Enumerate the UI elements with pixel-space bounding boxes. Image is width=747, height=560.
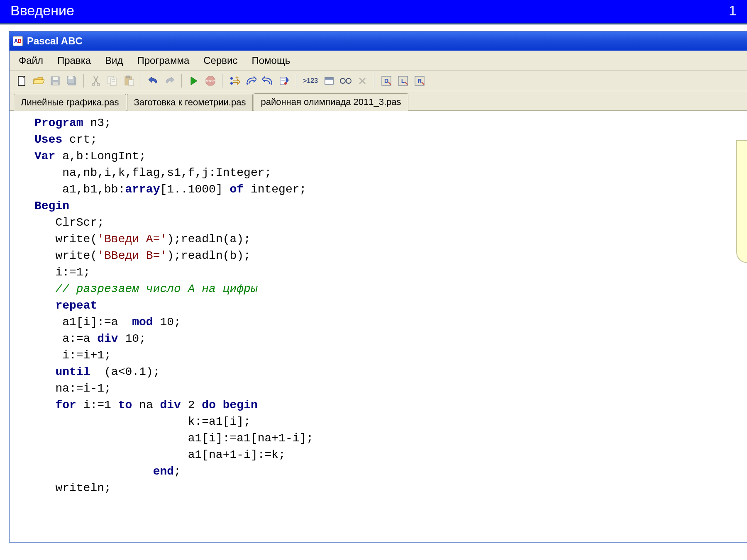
step-into-button[interactable]: + xyxy=(227,73,242,88)
sticky-note xyxy=(736,140,747,263)
menu-program[interactable]: Программа xyxy=(134,53,193,68)
app-window: AB Pascal ABC Файл Правка Вид Программа … xyxy=(9,31,747,543)
svg-text:L: L xyxy=(401,78,405,84)
delete-button[interactable] xyxy=(355,73,370,88)
slide-page: 1 xyxy=(729,2,737,19)
code-kw: end xyxy=(153,465,174,478)
svg-text:R: R xyxy=(417,78,422,84)
app-icon: AB xyxy=(13,36,23,46)
svg-point-18 xyxy=(230,82,233,85)
redo-button[interactable] xyxy=(162,73,177,88)
svg-text:STOP: STOP xyxy=(206,79,215,83)
code-text: na xyxy=(132,399,160,411)
menu-file[interactable]: Файл xyxy=(15,53,46,68)
tabbar: Линейные графика.pas Заготовка к геометр… xyxy=(10,91,747,111)
code-text: a:=a xyxy=(34,332,97,345)
code-text: a1[na+1-i]:=k; xyxy=(34,448,286,461)
toolbar-separator xyxy=(374,74,375,88)
code-kw: Var xyxy=(34,150,55,163)
copy-button[interactable] xyxy=(105,73,120,88)
menu-service[interactable]: Сервис xyxy=(200,53,241,68)
code-text: ClrScr; xyxy=(34,216,104,229)
svg-rect-27 xyxy=(325,78,333,80)
svg-rect-6 xyxy=(68,76,73,79)
code-text: [1..1000] xyxy=(160,183,229,196)
code-text: k:=a1[i]; xyxy=(34,415,251,428)
toolbar-separator xyxy=(296,74,297,88)
tab-file-2[interactable]: Заготовка к геометрии.pas xyxy=(127,94,253,111)
code-kw: to xyxy=(118,399,132,411)
code-text: i:=1; xyxy=(34,266,90,279)
menu-edit[interactable]: Правка xyxy=(54,53,94,68)
code-kw: div xyxy=(97,332,118,345)
step-out-button[interactable] xyxy=(260,73,275,88)
svg-rect-3 xyxy=(53,82,58,85)
code-str: 'Введи A=' xyxy=(97,233,167,246)
paste-button[interactable] xyxy=(122,73,137,88)
code-kw: until xyxy=(55,365,90,378)
step-over-button[interactable] xyxy=(244,73,259,88)
tab-file-3[interactable]: районная олимпиада 2011_3.pas xyxy=(254,93,408,111)
window-button[interactable] xyxy=(322,73,337,88)
debug-r-button[interactable]: R xyxy=(412,73,427,88)
toolbar: STOP + >123 D L R xyxy=(10,71,747,91)
code-text: write( xyxy=(34,249,97,262)
new-file-button[interactable] xyxy=(15,73,29,88)
code-comment: // разрезаем число А на цифры xyxy=(34,282,258,295)
stop-button[interactable]: STOP xyxy=(203,73,218,88)
debug-l-button[interactable]: L xyxy=(395,73,410,88)
code-editor[interactable]: Program n3; Uses crt; Var a,b:LongInt; n… xyxy=(10,111,747,542)
svg-point-17 xyxy=(230,77,233,80)
code-kw: do xyxy=(202,399,216,411)
save-all-button[interactable] xyxy=(64,73,79,88)
menu-view[interactable]: Вид xyxy=(102,53,126,68)
svg-text:D: D xyxy=(384,78,388,84)
code-text: a1,b1,bb: xyxy=(34,183,125,196)
code-str: 'ВВеди В=' xyxy=(97,249,167,262)
svg-rect-10 xyxy=(110,78,116,85)
menubar: Файл Правка Вид Программа Сервис Помощь xyxy=(10,51,747,71)
svg-point-21 xyxy=(271,83,272,85)
titlebar-text: Pascal ABC xyxy=(27,35,83,47)
run-button[interactable] xyxy=(186,73,201,88)
code-kw: for xyxy=(55,399,76,411)
code-kw: Begin xyxy=(34,200,69,212)
code-text: a,b:LongInt; xyxy=(55,150,146,163)
code-kw: Uses xyxy=(34,133,62,146)
code-kw: repeat xyxy=(55,299,97,312)
code-kw: mod xyxy=(132,316,153,329)
code-text: );readln(a); xyxy=(167,233,251,246)
code-text: a1[i]:=a1[na+1-i]; xyxy=(34,432,313,445)
undo-button[interactable] xyxy=(146,73,161,88)
menu-help[interactable]: Помощь xyxy=(248,53,293,68)
open-file-button[interactable] xyxy=(31,73,46,88)
tab-file-1[interactable]: Линейные графика.pas xyxy=(14,94,126,111)
code-text: );readln(b); xyxy=(167,249,251,262)
svg-point-7 xyxy=(92,83,95,86)
code-kw: Program xyxy=(34,117,83,129)
svg-point-20 xyxy=(247,83,248,85)
svg-rect-2 xyxy=(53,77,58,80)
code-text: n3; xyxy=(83,117,111,129)
code-text: 2 xyxy=(181,399,202,411)
toolbar-separator xyxy=(83,74,84,88)
slide-title: Введение xyxy=(10,2,74,19)
watch-button[interactable] xyxy=(338,73,353,88)
titlebar[interactable]: AB Pascal ABC xyxy=(10,32,747,51)
code-text: (a<0.1); xyxy=(90,365,160,378)
toolbar-separator xyxy=(222,74,223,88)
save-button[interactable] xyxy=(48,73,63,88)
run-to-cursor-button[interactable] xyxy=(277,73,292,88)
svg-point-28 xyxy=(340,78,345,83)
code-text: ; xyxy=(174,465,181,478)
code-text: 10; xyxy=(153,316,181,329)
debug-d-button[interactable]: D xyxy=(379,73,394,88)
breakpoint-button[interactable]: >123 xyxy=(301,73,320,88)
code-text: integer; xyxy=(244,183,306,196)
code-text: crt; xyxy=(62,133,97,146)
svg-point-25 xyxy=(284,82,287,85)
code-kw: div xyxy=(160,399,181,411)
cut-button[interactable] xyxy=(88,73,103,88)
code-kw: of xyxy=(229,183,244,196)
code-text: write( xyxy=(34,233,97,246)
